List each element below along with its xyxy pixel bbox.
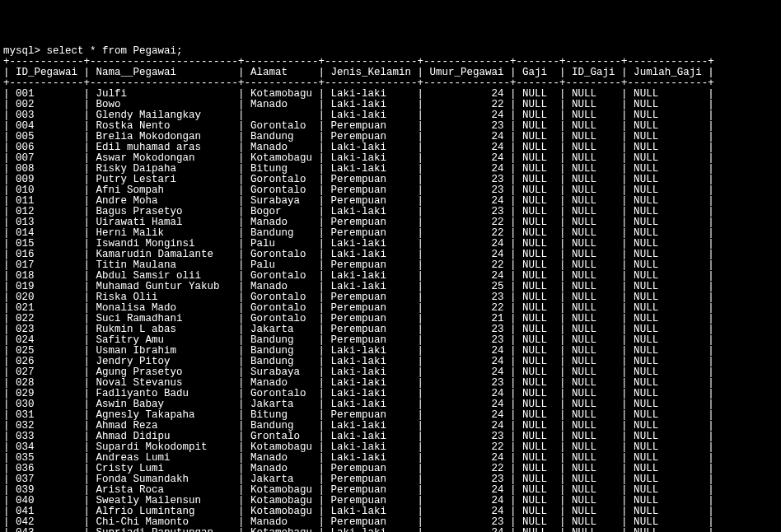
mysql-terminal[interactable]: mysql> select * from Pegawai;+----------… [3,46,778,532]
data-row: | 043 | Supriadi Paputungan | Kotamobagu… [3,528,778,532]
